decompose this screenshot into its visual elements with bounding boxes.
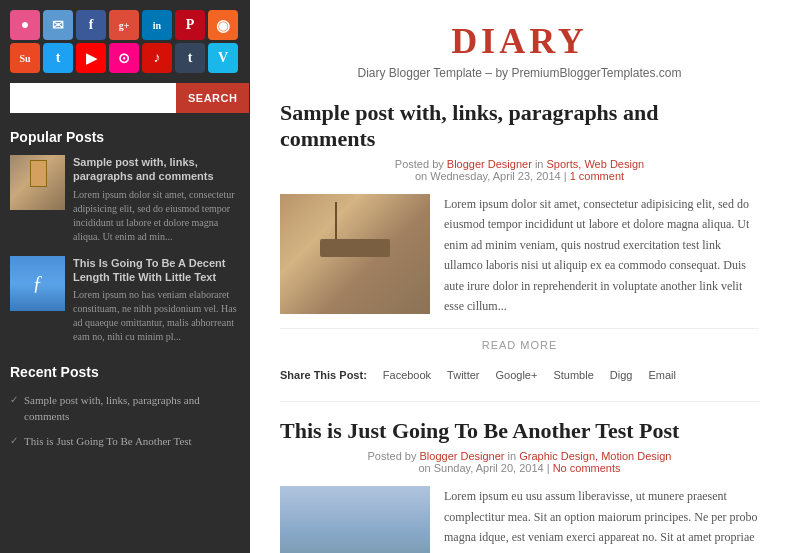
popular-post-2-title[interactable]: This Is Going To Be A Decent Length Titl… [73, 256, 240, 285]
post-2-comments[interactable]: No comments [553, 462, 621, 474]
flag-icon: ƒ [33, 272, 43, 295]
post-1-title[interactable]: Sample post with, links, paragraphs and … [280, 100, 759, 152]
post-2-image [280, 486, 430, 553]
email-icon[interactable]: ✉ [43, 10, 73, 40]
post-2-categories[interactable]: Graphic Design, Motion Design [519, 450, 671, 462]
recent-post-item[interactable]: Sample post with, links, paragraphs and … [10, 390, 240, 427]
post-1-share-stumble[interactable]: Stumble [553, 369, 593, 381]
main-content: DIARY Diary Blogger Template – by Premiu… [250, 0, 789, 553]
popular-post-1-excerpt: Lorem ipsum dolor sit amet, consectetur … [73, 188, 240, 244]
post-1-image [280, 194, 430, 314]
blog-subtitle: Diary Blogger Template – by PremiumBlogg… [280, 66, 759, 80]
post-1-author[interactable]: Blogger Designer [447, 158, 532, 170]
blog-title: DIARY [280, 20, 759, 62]
post-1-share-digg[interactable]: Digg [610, 369, 633, 381]
twitter-icon[interactable]: t [43, 43, 73, 73]
post-1-share-email[interactable]: Email [648, 369, 676, 381]
post-1-comments[interactable]: 1 comment [570, 170, 624, 182]
popular-post-item: ƒ This Is Going To Be A Decent Length Ti… [10, 256, 240, 345]
post-2-author[interactable]: Blogger Designer [420, 450, 505, 462]
search-input[interactable] [10, 83, 176, 113]
search-button[interactable]: SEARCH [176, 83, 249, 113]
tumblr-icon[interactable]: t [175, 43, 205, 73]
flickr-icon[interactable]: ⊙ [109, 43, 139, 73]
post-1-body: Lorem ipsum dolor sit amet, consectetur … [280, 194, 759, 316]
popular-posts-title: Popular Posts [10, 129, 240, 145]
post-1-categories[interactable]: Sports, Web Design [547, 158, 645, 170]
post-1-share-bar: Share This Post: Facebook Twitter Google… [280, 369, 759, 381]
post-1: Sample post with, links, paragraphs and … [280, 100, 759, 381]
post-divider [280, 401, 759, 402]
social-icons-bar: ● ✉ f g+ in P ◉ Su t ▶ ⊙ ♪ t V [10, 10, 240, 73]
post-1-share-label: Share This Post: [280, 369, 367, 381]
post-2-body: Lorem ipsum eu usu assum liberavisse, ut… [280, 486, 759, 553]
popular-post-2-text: This Is Going To Be A Decent Length Titl… [73, 256, 240, 345]
facebook-icon[interactable]: f [76, 10, 106, 40]
dribbble-icon[interactable]: ● [10, 10, 40, 40]
recent-post-item[interactable]: This is Just Going To Be Another Test [10, 431, 240, 452]
popular-post-2-excerpt: Lorem ipsum no has veniam elaboraret con… [73, 288, 240, 344]
post-2-meta: Posted by Blogger Designer in Graphic De… [280, 450, 759, 474]
popular-post-1-title[interactable]: Sample post with, links, paragraphs and … [73, 155, 240, 184]
post-1-share-facebook[interactable]: Facebook [383, 369, 431, 381]
youtube-icon[interactable]: ▶ [76, 43, 106, 73]
recent-posts-title: Recent Posts [10, 364, 240, 380]
sidebar: ● ✉ f g+ in P ◉ Su t ▶ ⊙ ♪ t V SEARCH Po… [0, 0, 250, 553]
post-2-title[interactable]: This is Just Going To Be Another Test Po… [280, 418, 759, 444]
rss-icon[interactable]: ◉ [208, 10, 238, 40]
recent-posts-section: Recent Posts Sample post with, links, pa… [10, 364, 240, 452]
post-1-excerpt: Lorem ipsum dolor sit amet, consectetur … [444, 194, 759, 316]
post-1-meta: Posted by Blogger Designer in Sports, We… [280, 158, 759, 182]
post-2: This is Just Going To Be Another Test Po… [280, 418, 759, 553]
post-2-date: Sunday, April 20, 2014 [434, 462, 544, 474]
popular-post-2-thumb: ƒ [10, 256, 65, 311]
post-2-excerpt: Lorem ipsum eu usu assum liberavisse, ut… [444, 486, 759, 553]
popular-post-1-text: Sample post with, links, paragraphs and … [73, 155, 240, 244]
post-1-read-more[interactable]: READ MORE [482, 339, 558, 351]
popular-post-1-thumb [10, 155, 65, 210]
post-1-read-more-bar: READ MORE [280, 328, 759, 361]
popular-post-item: Sample post with, links, paragraphs and … [10, 155, 240, 244]
post-1-date: Wednesday, April 23, 2014 [430, 170, 560, 182]
googleplus-icon[interactable]: g+ [109, 10, 139, 40]
linkedin-icon[interactable]: in [142, 10, 172, 40]
post-1-share-googleplus[interactable]: Google+ [496, 369, 538, 381]
search-bar: SEARCH [10, 83, 240, 113]
post-1-share-twitter[interactable]: Twitter [447, 369, 479, 381]
stumbleupon-icon[interactable]: Su [10, 43, 40, 73]
pinterest-icon[interactable]: P [175, 10, 205, 40]
vimeo-icon[interactable]: V [208, 43, 238, 73]
popular-posts-section: Popular Posts Sample post with, links, p… [10, 129, 240, 344]
lastfm-icon[interactable]: ♪ [142, 43, 172, 73]
